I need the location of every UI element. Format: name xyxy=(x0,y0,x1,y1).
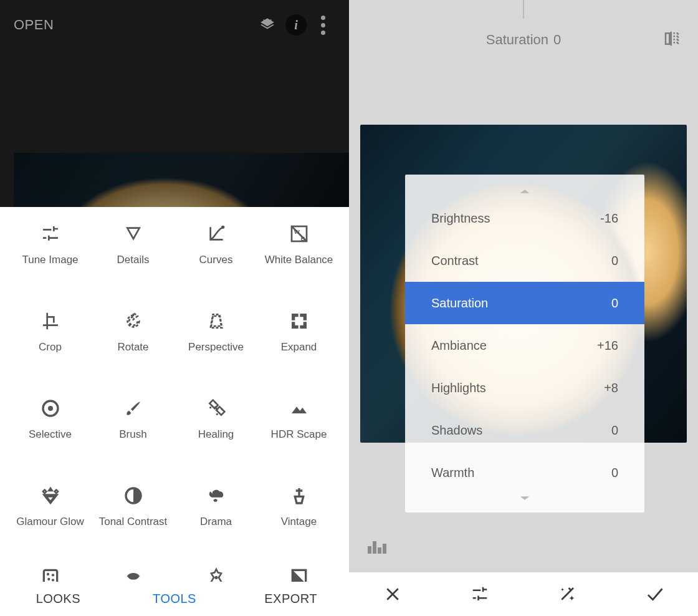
glamour-glow-icon xyxy=(40,485,61,506)
param-row-saturation[interactable]: Saturation0 xyxy=(405,282,644,324)
tool-label: Crop xyxy=(39,340,62,354)
open-button[interactable]: OPEN xyxy=(14,17,54,33)
vintage-icon xyxy=(289,485,310,506)
svg-rect-11 xyxy=(44,570,57,582)
left-screen: OPEN i Tune Image Details xyxy=(0,0,349,616)
tool-drama[interactable]: Drama xyxy=(174,475,257,556)
rotate-icon xyxy=(123,310,144,332)
tool-curves[interactable]: Curves xyxy=(174,213,257,294)
grunge-icon xyxy=(206,566,227,582)
chevron-down-icon xyxy=(405,494,644,505)
svg-point-9 xyxy=(216,413,218,415)
compare-icon[interactable] xyxy=(658,25,686,52)
tool-tune-image[interactable]: Tune Image xyxy=(9,213,92,294)
tool-tonal-contrast[interactable]: Tonal Contrast xyxy=(92,475,174,556)
param-value: -16 xyxy=(600,211,618,226)
tab-tools[interactable]: TOOLS xyxy=(117,592,233,606)
tool-glamour-glow[interactable]: Glamour Glow xyxy=(9,475,92,556)
param-name: Ambiance xyxy=(431,339,597,353)
param-row-warmth[interactable]: Warmth0 xyxy=(405,451,644,494)
tool-label: Tonal Contrast xyxy=(99,515,168,528)
svg-rect-21 xyxy=(383,544,386,554)
tool-grainy-film[interactable] xyxy=(9,562,92,582)
more-icon[interactable] xyxy=(310,16,335,35)
expand-icon xyxy=(289,310,310,332)
svg-point-0 xyxy=(221,226,224,229)
param-row-highlights[interactable]: Highlights+8 xyxy=(405,367,644,409)
right-bottom-bar xyxy=(349,572,698,616)
grainy-film-icon xyxy=(40,566,61,582)
layers-icon[interactable] xyxy=(253,11,282,39)
param-value: 0 xyxy=(611,466,618,480)
param-row-contrast[interactable]: Contrast0 xyxy=(405,239,644,282)
apply-button[interactable] xyxy=(611,572,698,616)
parameter-panel[interactable]: Brightness-16Contrast0Saturation0Ambianc… xyxy=(405,175,644,513)
white-balance-icon: WB xyxy=(289,223,310,244)
retrolux-icon xyxy=(123,566,144,582)
tool-label: Glamour Glow xyxy=(16,515,84,528)
tool-label: Rotate xyxy=(117,340,148,354)
tool-details[interactable]: Details xyxy=(92,213,174,294)
param-value: +8 xyxy=(604,381,618,395)
param-name: Shadows xyxy=(431,423,611,438)
tab-looks[interactable]: LOOKS xyxy=(0,592,117,606)
tune-image-icon xyxy=(40,223,61,244)
bottom-tabs: LOOKS TOOLS EXPORT xyxy=(0,582,349,616)
tool-bw[interactable] xyxy=(257,562,340,582)
tool-label: Tune Image xyxy=(22,253,78,266)
tool-retrolux[interactable] xyxy=(92,562,174,582)
tonal-contrast-icon xyxy=(123,485,144,506)
tool-grunge[interactable] xyxy=(174,562,257,582)
svg-point-16 xyxy=(214,576,218,579)
details-icon xyxy=(123,223,144,244)
tool-label: Selective xyxy=(29,428,72,441)
svg-point-14 xyxy=(47,578,50,580)
left-header: OPEN i xyxy=(0,0,349,50)
tool-selective[interactable]: Selective xyxy=(9,388,92,469)
bw-icon xyxy=(289,566,310,582)
svg-rect-18 xyxy=(368,546,371,554)
info-icon[interactable]: i xyxy=(285,14,307,36)
tool-label: Curves xyxy=(199,253,233,266)
histogram-icon[interactable] xyxy=(368,539,389,556)
param-row-shadows[interactable]: Shadows0 xyxy=(405,409,644,451)
tool-expand[interactable]: Expand xyxy=(257,301,340,382)
param-value: 0 xyxy=(611,254,618,268)
tool-hdr-scape[interactable]: HDR Scape xyxy=(257,388,340,469)
param-row-brightness[interactable]: Brightness-16 xyxy=(405,197,644,239)
svg-point-7 xyxy=(209,407,211,408)
tool-label: HDR Scape xyxy=(271,428,327,441)
adjust-header-name: Saturation xyxy=(486,32,548,48)
param-name: Highlights xyxy=(431,381,604,395)
tool-white-balance[interactable]: WB White Balance xyxy=(257,213,340,294)
tool-vintage[interactable]: Vintage xyxy=(257,475,340,556)
close-button[interactable] xyxy=(349,572,436,616)
tool-label: Vintage xyxy=(281,515,317,528)
crop-icon xyxy=(40,310,61,332)
tool-label: White Balance xyxy=(265,253,333,266)
param-name: Brightness xyxy=(431,211,600,226)
tool-label: Expand xyxy=(281,340,317,354)
tool-rotate[interactable]: Rotate xyxy=(92,301,174,382)
param-name: Warmth xyxy=(431,466,611,480)
perspective-icon xyxy=(206,310,227,332)
curves-icon xyxy=(206,223,227,244)
tab-export[interactable]: EXPORT xyxy=(232,592,349,606)
adjust-button[interactable] xyxy=(436,572,524,616)
svg-point-8 xyxy=(221,408,222,410)
tool-crop[interactable]: Crop xyxy=(9,301,92,382)
svg-point-13 xyxy=(51,574,54,576)
tool-label: Details xyxy=(117,253,150,266)
svg-text:B: B xyxy=(300,236,305,242)
tools-panel: Tune Image Details Curves WB White Balan… xyxy=(0,207,349,582)
tool-perspective[interactable]: Perspective xyxy=(174,301,257,382)
tool-brush[interactable]: Brush xyxy=(92,388,174,469)
tool-healing[interactable]: Healing xyxy=(174,388,257,469)
param-value: 0 xyxy=(611,423,618,438)
param-row-ambiance[interactable]: Ambiance+16 xyxy=(405,324,644,367)
selective-icon xyxy=(40,398,61,419)
tool-label: Brush xyxy=(119,428,146,441)
auto-button[interactable] xyxy=(524,572,611,616)
param-value: 0 xyxy=(611,296,618,310)
svg-point-15 xyxy=(51,579,54,581)
